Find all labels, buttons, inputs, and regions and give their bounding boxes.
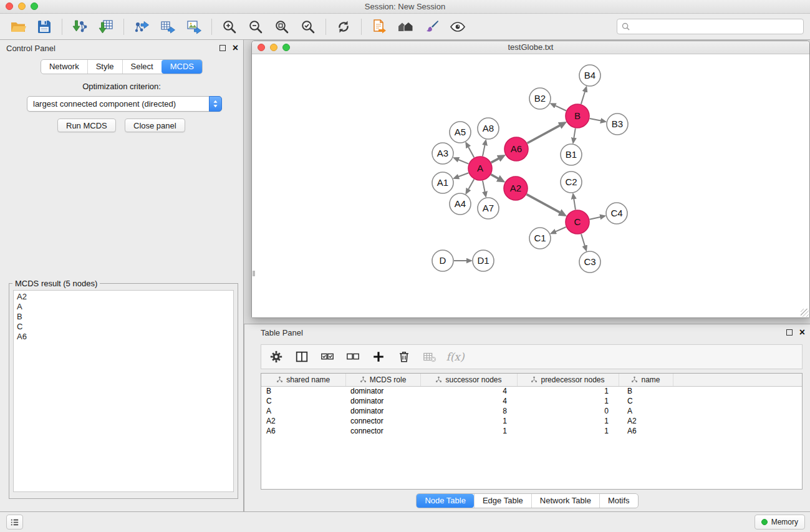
tab-network[interactable]: Network	[41, 60, 87, 74]
tab-mcds[interactable]: MCDS	[162, 60, 202, 74]
minimize-window-button[interactable]	[18, 2, 26, 10]
table-cell[interactable]: A6	[619, 426, 673, 436]
network-close-button[interactable]	[258, 44, 265, 51]
node-C4[interactable]: C4	[606, 203, 627, 224]
tab-select[interactable]: Select	[122, 60, 162, 74]
table-cell[interactable]: A2	[261, 416, 345, 426]
node-A3[interactable]: A3	[432, 143, 453, 164]
edge-C-C2[interactable]	[574, 199, 576, 210]
tab-network-table[interactable]: Network Table	[531, 494, 599, 508]
node-B1[interactable]: B1	[561, 144, 582, 165]
export-table-button[interactable]	[155, 15, 181, 39]
node-D1[interactable]: D1	[473, 250, 494, 271]
function-builder-button[interactable]: f(x)	[444, 347, 466, 367]
column-header[interactable]: predecessor nodes	[517, 374, 619, 386]
import-table-button[interactable]	[93, 15, 119, 39]
clear-cells-button[interactable]	[418, 347, 441, 367]
edge-A-A2[interactable]	[491, 175, 498, 179]
table-cell[interactable]: C	[619, 396, 673, 406]
column-header[interactable]: MCDS role	[345, 374, 420, 386]
table-cell[interactable]: dominator	[345, 406, 420, 416]
table-row[interactable]: Adominator80A	[261, 406, 802, 416]
settings-button[interactable]	[265, 347, 287, 367]
edge-A-A4[interactable]	[468, 179, 474, 189]
network-window-titlebar[interactable]: testGlobe.txt	[252, 41, 809, 54]
export-network-button[interactable]	[128, 15, 155, 39]
mcds-result-item[interactable]: B	[14, 312, 233, 322]
edge-B-B2[interactable]	[556, 105, 566, 110]
tab-edge-table[interactable]: Edge Table	[474, 494, 531, 508]
edge-A2-C[interactable]	[527, 195, 560, 213]
table-cell[interactable]: 1	[517, 426, 619, 436]
tab-node-table[interactable]: Node Table	[417, 494, 474, 508]
zoom-fit-button[interactable]	[269, 15, 295, 39]
table-row[interactable]: Cdominator41C	[261, 396, 802, 406]
node-A[interactable]: A	[468, 157, 492, 180]
network-canvas[interactable]: B4B2BB3A5A8A6B1A3AC2A1A2A4A7C4CC1C3DD1	[252, 54, 809, 317]
table-cell[interactable]: 1	[420, 416, 517, 426]
table-cell[interactable]: 1	[517, 396, 619, 406]
node-B[interactable]: B	[566, 104, 589, 128]
close-panel-icon[interactable]: ×	[233, 44, 238, 51]
tab-style[interactable]: Style	[87, 60, 122, 74]
table-row[interactable]: A2connector11A2	[261, 416, 802, 426]
node-A7[interactable]: A7	[478, 198, 499, 219]
node-A8[interactable]: A8	[478, 118, 499, 139]
home-button[interactable]	[392, 15, 418, 39]
network-minimize-button[interactable]	[270, 44, 277, 51]
search-box[interactable]	[617, 19, 804, 34]
table-cell[interactable]: B	[261, 386, 345, 396]
edge-C-C3[interactable]	[581, 234, 585, 246]
node-D[interactable]: D	[432, 250, 453, 271]
network-zoom-button[interactable]	[282, 44, 290, 51]
deselect-all-button[interactable]	[342, 347, 364, 367]
resize-grip[interactable]	[801, 309, 809, 317]
edge-A-A5[interactable]	[468, 147, 474, 158]
edge-C-C1[interactable]	[556, 227, 566, 231]
close-window-button[interactable]	[6, 2, 13, 10]
style-brush-button[interactable]	[418, 15, 445, 39]
table-row[interactable]: A6connector11A6	[261, 426, 802, 436]
table-cell[interactable]: connector	[345, 426, 420, 436]
table-cell[interactable]: A2	[619, 416, 673, 426]
table-cell[interactable]: dominator	[345, 386, 420, 396]
edge-A-A6[interactable]	[491, 158, 499, 163]
node-C[interactable]: C	[566, 210, 589, 234]
table-cell[interactable]: C	[261, 396, 345, 406]
delete-row-button[interactable]	[393, 347, 415, 367]
edge-A6-B[interactable]	[528, 125, 560, 143]
edge-A-A1[interactable]	[458, 173, 468, 177]
zoom-in-button[interactable]	[216, 15, 243, 39]
criterion-select[interactable]: largest connected component (directed)	[27, 96, 222, 112]
node-B4[interactable]: B4	[579, 65, 600, 86]
close-panel-button[interactable]: Close panel	[125, 118, 185, 132]
export-image-button[interactable]	[181, 15, 207, 39]
column-header[interactable]: name	[619, 374, 673, 386]
float-table-panel-icon[interactable]	[786, 329, 793, 336]
zoom-out-button[interactable]	[243, 15, 269, 39]
run-mcds-button[interactable]: Run MCDS	[57, 118, 116, 132]
table-cell[interactable]: 8	[420, 406, 517, 416]
open-file-button[interactable]	[5, 15, 31, 39]
mcds-result-item[interactable]: A2	[14, 292, 233, 302]
open-document-button[interactable]	[366, 15, 392, 39]
float-panel-icon[interactable]	[219, 45, 226, 51]
node-B3[interactable]: B3	[607, 114, 628, 135]
node-A4[interactable]: A4	[450, 193, 471, 215]
edge-A-A8[interactable]	[483, 145, 485, 157]
mcds-result-item[interactable]: A6	[14, 332, 233, 342]
toggle-details-button[interactable]	[445, 15, 471, 39]
table-cell[interactable]: A	[619, 406, 673, 416]
table-cell[interactable]: dominator	[345, 396, 420, 406]
table-cell[interactable]: A6	[261, 426, 345, 436]
node-A2[interactable]: A2	[504, 177, 528, 200]
mcds-result-item[interactable]: A	[14, 302, 233, 312]
table-cell[interactable]: 0	[517, 406, 619, 416]
edge-B-B1[interactable]	[574, 128, 576, 138]
apply-layout-button[interactable]	[330, 15, 357, 39]
table-cell[interactable]: connector	[345, 416, 420, 426]
zoom-window-button[interactable]	[31, 2, 38, 10]
edge-C-C4[interactable]	[590, 217, 600, 220]
tab-motifs[interactable]: Motifs	[599, 494, 638, 508]
column-header[interactable]: shared name	[261, 374, 345, 386]
